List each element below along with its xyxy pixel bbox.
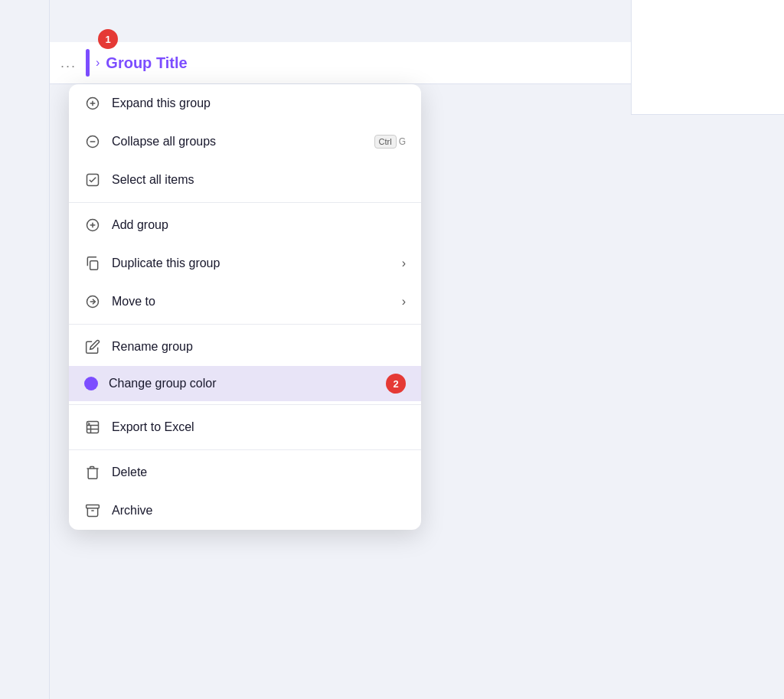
right-panel (631, 0, 784, 115)
menu-label-archive: Archive (112, 504, 152, 518)
svg-rect-9 (90, 261, 98, 270)
menu-item-rename-group[interactable]: Rename group (69, 328, 421, 366)
add-circle-icon (84, 217, 101, 234)
menu-item-change-color[interactable]: Change group color 2 (69, 366, 421, 401)
divider-2 (69, 324, 421, 325)
trash-icon (84, 464, 101, 481)
archive-icon (84, 502, 101, 519)
group-title: Group Title (106, 54, 187, 72)
menu-label-add-group: Add group (112, 218, 168, 232)
shortcut-badge-collapse: Ctrl G (374, 135, 406, 149)
menu-item-export-excel[interactable]: Export to Excel (69, 408, 421, 446)
menu-label-export-excel: Export to Excel (112, 420, 194, 434)
menu-item-move-to[interactable]: Move to › (69, 283, 421, 321)
chevron-right-duplicate: › (402, 256, 406, 270)
menu-item-collapse-all[interactable]: Collapse all groups Ctrl G (69, 122, 421, 161)
divider-4 (69, 449, 421, 450)
menu-label-duplicate-group: Duplicate this group (112, 256, 220, 270)
context-menu: Expand this group Collapse all groups Ct… (69, 84, 421, 530)
excel-icon (84, 419, 101, 436)
menu-label-delete: Delete (112, 465, 147, 479)
collapse-circle-icon (84, 133, 101, 150)
group-header: ... › Group Title (50, 42, 631, 84)
ctrl-key: Ctrl (374, 135, 397, 149)
checkbox-icon (84, 171, 101, 188)
menu-label-rename-group: Rename group (112, 340, 193, 354)
color-circle-icon (84, 377, 98, 390)
menu-label-expand-group: Expand this group (112, 96, 211, 110)
menu-label-move-to: Move to (112, 295, 155, 309)
left-sidebar (0, 0, 50, 699)
menu-label-change-color: Change group color (109, 377, 217, 390)
menu-item-select-all[interactable]: Select all items (69, 161, 421, 199)
group-color-indicator (86, 49, 90, 77)
menu-item-expand-group[interactable]: Expand this group (69, 84, 421, 122)
divider-3 (69, 404, 421, 405)
group-options-button[interactable]: ... (57, 52, 80, 74)
duplicate-icon (84, 255, 101, 272)
menu-item-delete[interactable]: Delete (69, 453, 421, 492)
g-key: G (399, 136, 406, 147)
menu-item-add-group[interactable]: Add group (69, 206, 421, 244)
expand-circle-icon (84, 95, 101, 112)
menu-item-archive[interactable]: Archive (69, 492, 421, 530)
badge-1: 1 (98, 29, 118, 49)
pencil-icon (84, 338, 101, 355)
badge-2: 2 (386, 374, 406, 394)
svg-rect-16 (87, 505, 100, 508)
divider-1 (69, 202, 421, 203)
menu-label-collapse-all: Collapse all groups (112, 135, 216, 149)
chevron-right-move: › (402, 295, 406, 309)
menu-label-select-all: Select all items (112, 173, 194, 187)
move-icon (84, 293, 101, 310)
group-collapse-button[interactable]: › (96, 56, 100, 70)
menu-item-duplicate-group[interactable]: Duplicate this group › (69, 244, 421, 283)
